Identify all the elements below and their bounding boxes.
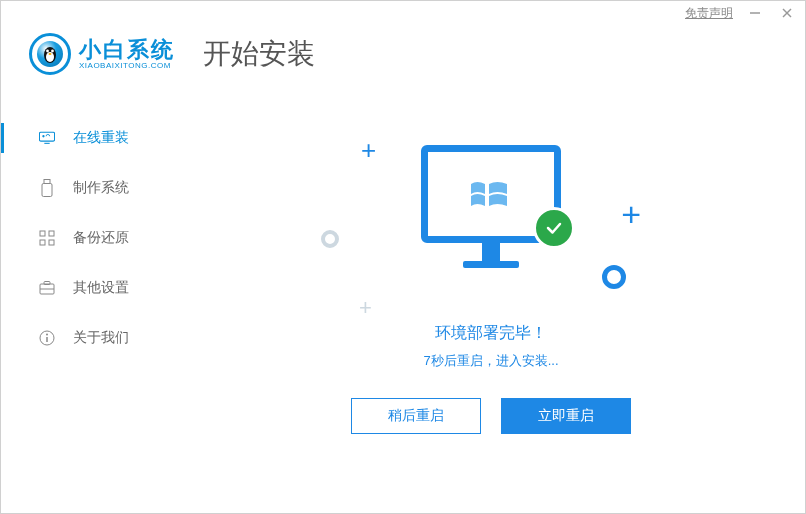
- circle-icon: [321, 230, 339, 248]
- svg-rect-18: [44, 282, 50, 285]
- usb-icon: [39, 180, 55, 196]
- svg-point-9: [42, 135, 44, 137]
- sidebar-item-label: 备份还原: [73, 229, 129, 247]
- logo-title: 小白系统: [79, 39, 175, 61]
- main-content: + + +: [177, 95, 805, 513]
- sidebar-item-label: 关于我们: [73, 329, 129, 347]
- svg-rect-11: [44, 180, 50, 184]
- sidebar-item-about[interactable]: 关于我们: [1, 313, 177, 363]
- body: 在线重装 制作系统 备份还原 其他设置: [1, 95, 805, 513]
- svg-rect-13: [40, 231, 45, 236]
- sidebar-item-other-settings[interactable]: 其他设置: [1, 263, 177, 313]
- logo-icon: [29, 33, 71, 75]
- svg-rect-12: [42, 184, 52, 197]
- monitor-icon: [421, 145, 561, 275]
- svg-point-5: [46, 50, 49, 53]
- minimize-button[interactable]: [745, 3, 765, 23]
- briefcase-icon: [39, 280, 55, 296]
- windows-logo-icon: [467, 174, 515, 214]
- check-icon: [543, 217, 565, 239]
- sidebar-item-backup-restore[interactable]: 备份还原: [1, 213, 177, 263]
- svg-point-6: [51, 50, 54, 53]
- circle-icon: [602, 265, 626, 289]
- svg-rect-16: [49, 240, 54, 245]
- display-icon: [39, 130, 55, 146]
- svg-rect-14: [49, 231, 54, 236]
- disclaimer-link[interactable]: 免责声明: [685, 5, 733, 22]
- minimize-icon: [749, 7, 761, 19]
- info-icon: [39, 330, 55, 346]
- sidebar-item-online-reinstall[interactable]: 在线重装: [1, 113, 177, 163]
- svg-rect-15: [40, 240, 45, 245]
- page-title: 开始安装: [203, 35, 315, 73]
- sidebar-item-label: 在线重装: [73, 129, 129, 147]
- plus-icon: +: [361, 135, 376, 166]
- plus-icon: +: [359, 295, 372, 321]
- app-window: 免责声明 小白系统 XI: [0, 0, 806, 514]
- sidebar-item-label: 其他设置: [73, 279, 129, 297]
- check-badge-icon: [533, 207, 575, 249]
- svg-point-21: [46, 334, 48, 336]
- status-subtitle: 7秒后重启，进入安装...: [423, 352, 558, 370]
- status-title: 环境部署完毕！: [435, 323, 547, 344]
- penguin-icon: [41, 44, 59, 64]
- logo: 小白系统 XIAOBAIXITONG.COM: [29, 33, 175, 75]
- sidebar: 在线重装 制作系统 备份还原 其他设置: [1, 95, 177, 513]
- header: 小白系统 XIAOBAIXITONG.COM 开始安装: [1, 25, 805, 95]
- sidebar-item-make-system[interactable]: 制作系统: [1, 163, 177, 213]
- sidebar-item-label: 制作系统: [73, 179, 129, 197]
- logo-subtitle: XIAOBAIXITONG.COM: [79, 61, 175, 70]
- button-row: 稍后重启 立即重启: [351, 398, 631, 434]
- grid-icon: [39, 230, 55, 246]
- svg-point-7: [49, 53, 52, 55]
- illustration: + + +: [321, 135, 661, 315]
- plus-icon: +: [621, 195, 641, 234]
- close-icon: [781, 7, 793, 19]
- close-button[interactable]: [777, 3, 797, 23]
- svg-rect-8: [39, 132, 54, 141]
- restart-later-button[interactable]: 稍后重启: [351, 398, 481, 434]
- restart-now-button[interactable]: 立即重启: [501, 398, 631, 434]
- titlebar: 免责声明: [1, 1, 805, 25]
